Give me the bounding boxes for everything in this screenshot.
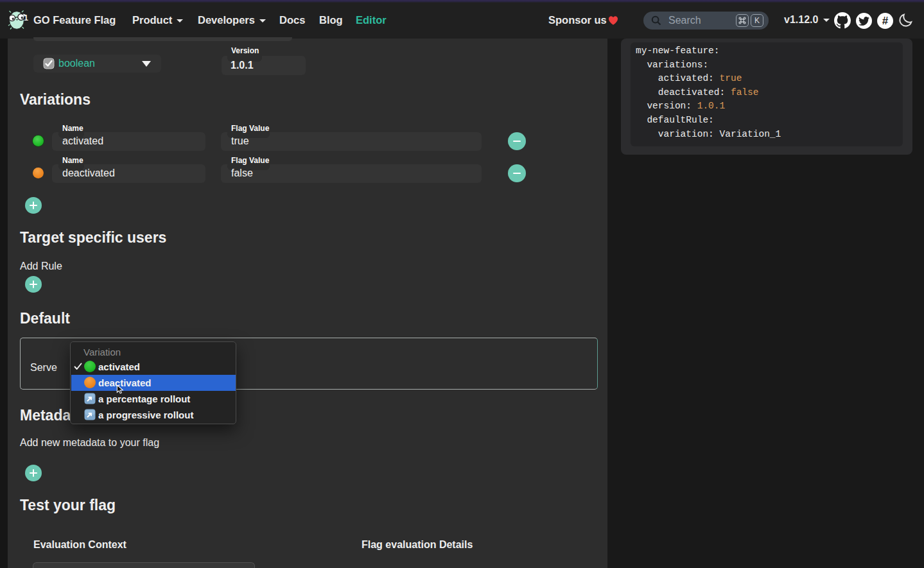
svg-text:1: 1 <box>24 13 28 22</box>
